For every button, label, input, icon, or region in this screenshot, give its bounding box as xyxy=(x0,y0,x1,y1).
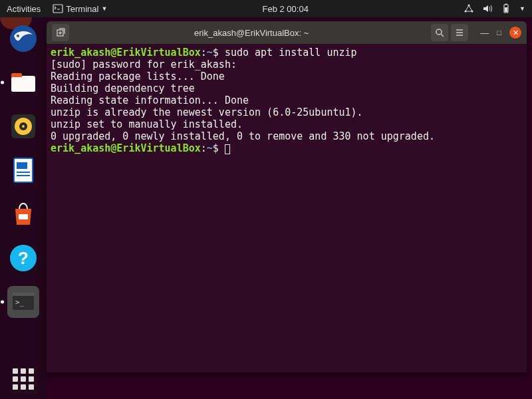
svg-rect-21 xyxy=(19,214,28,219)
volume-icon xyxy=(482,3,493,14)
terminal-window: erik_akash@ErikVirtualBox: ~ — □ ✕ erik_… xyxy=(47,21,527,372)
dock-software[interactable] xyxy=(7,198,39,230)
output-line: [sudo] password for erik_akash: xyxy=(51,59,237,70)
chevron-down-icon: ▼ xyxy=(101,5,107,12)
terminal-icon: >_ xyxy=(10,289,37,315)
thunderbird-icon xyxy=(9,24,38,53)
system-tray[interactable]: ▼ xyxy=(464,3,525,14)
minimize-button[interactable]: — xyxy=(480,28,489,38)
battery-icon xyxy=(501,3,511,14)
output-line: Building dependency tree xyxy=(51,82,195,94)
prompt-path: ~ xyxy=(207,47,213,59)
search-icon xyxy=(435,28,444,37)
window-titlebar[interactable]: erik_akash@ErikVirtualBox: ~ — □ ✕ xyxy=(47,21,527,44)
new-tab-button[interactable] xyxy=(52,24,69,41)
close-icon: ✕ xyxy=(513,29,519,37)
shopping-bag-icon xyxy=(9,200,38,229)
dock: ? >_ xyxy=(0,17,47,399)
chevron-down-icon: ▼ xyxy=(519,5,525,12)
app-menu-button[interactable]: Terminal ▼ xyxy=(53,3,107,14)
close-button[interactable]: ✕ xyxy=(509,27,521,39)
prompt-path: ~ xyxy=(207,142,213,154)
maximize-button[interactable]: □ xyxy=(497,29,501,37)
terminal-output[interactable]: erik_akash@ErikVirtualBox:~$ sudo apt in… xyxy=(47,44,527,372)
svg-point-32 xyxy=(436,29,442,35)
help-icon: ? xyxy=(9,243,38,273)
cursor xyxy=(225,144,230,154)
svg-point-7 xyxy=(10,25,37,52)
svg-rect-16 xyxy=(14,158,33,182)
output-line: Reading state information... Done xyxy=(51,94,249,106)
app-menu-label: Terminal xyxy=(66,4,98,14)
output-line: unzip set to manually installed. xyxy=(51,118,243,130)
svg-rect-0 xyxy=(53,5,63,13)
terminal-icon xyxy=(53,3,63,14)
hamburger-menu-button[interactable] xyxy=(451,24,468,41)
top-bar: Activities Terminal ▼ Feb 2 00:04 ▼ xyxy=(0,0,532,17)
svg-text:?: ? xyxy=(18,248,29,268)
svg-line-33 xyxy=(441,34,444,37)
svg-text:>_: >_ xyxy=(15,298,25,307)
hamburger-icon xyxy=(455,28,464,37)
search-button[interactable] xyxy=(431,24,448,41)
dock-rhythmbox[interactable] xyxy=(7,110,39,142)
prompt-user: erik_akash@ErikVirtualBox xyxy=(51,142,201,154)
window-title: erik_akash@ErikVirtualBox: ~ xyxy=(72,28,431,38)
clock[interactable]: Feb 2 00:04 xyxy=(107,4,464,14)
svg-rect-11 xyxy=(11,77,35,92)
dock-terminal[interactable]: >_ xyxy=(7,286,39,318)
prompt-user: erik_akash@ErikVirtualBox xyxy=(51,47,201,59)
show-apps-button[interactable] xyxy=(13,368,34,390)
svg-point-8 xyxy=(17,35,19,37)
svg-rect-6 xyxy=(505,7,507,12)
activities-button[interactable]: Activities xyxy=(7,4,41,14)
dock-thunderbird[interactable] xyxy=(7,23,39,55)
speaker-icon xyxy=(9,112,38,141)
dock-libreoffice-writer[interactable] xyxy=(7,154,39,186)
command-text: sudo apt install unzip xyxy=(219,47,357,59)
svg-rect-5 xyxy=(505,4,507,5)
dock-help[interactable]: ? xyxy=(7,242,39,274)
svg-rect-18 xyxy=(17,162,27,169)
new-tab-icon xyxy=(56,28,65,37)
output-line: 0 upgraded, 0 newly installed, 0 to remo… xyxy=(51,130,435,142)
svg-rect-25 xyxy=(13,293,34,296)
dock-files[interactable] xyxy=(7,66,39,98)
svg-point-15 xyxy=(22,125,25,128)
folder-icon xyxy=(9,68,38,97)
output-line: unzip is already the newest version (6.0… xyxy=(51,106,363,118)
network-icon xyxy=(464,3,474,14)
output-line: Reading package lists... Done xyxy=(51,70,225,82)
document-icon xyxy=(9,156,38,185)
